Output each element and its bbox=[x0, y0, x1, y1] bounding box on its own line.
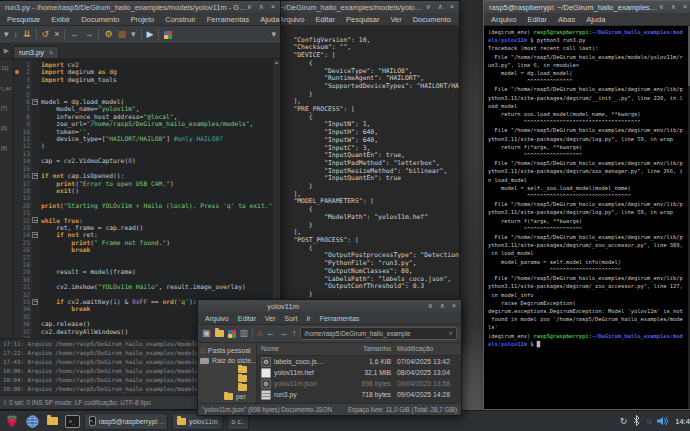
place-pasta-pessoal[interactable]: ⌂Pasta pessoal bbox=[198, 345, 256, 356]
file-row-yolov11m-json[interactable]: ⚙yolov11m.json898 bytes09/04/2025 13:58 bbox=[257, 378, 461, 389]
tab-run3py[interactable]: run3.py × bbox=[13, 46, 59, 58]
menu-item-ver[interactable]: Ver bbox=[265, 315, 276, 322]
file-row-run3-py[interactable]: run3.py718 bytes09/04/2025 14:28 bbox=[257, 389, 461, 400]
mousepad-text-area[interactable]: { "ConfigVersion": 10, "Checksum": "", "… bbox=[272, 26, 459, 346]
list-view-icon[interactable]: ▥ bbox=[240, 326, 249, 341]
fold-margin[interactable] bbox=[32, 59, 39, 338]
sidebar-expander-icon[interactable]: ▶ bbox=[0, 44, 13, 58]
menu-item-pesquisar[interactable]: Pesquisar bbox=[7, 15, 40, 24]
color-chooser-icon[interactable] bbox=[164, 31, 172, 39]
menu-item-arquivo[interactable]: Arquivo bbox=[491, 15, 516, 24]
minimize-icon[interactable]: ∨ bbox=[659, 1, 664, 13]
column-modified[interactable]: Modificação bbox=[395, 343, 461, 355]
taskbar-task-terminal[interactable]: >_ rasp5@raspberrypi: .. bbox=[84, 413, 168, 430]
menu-item-editar[interactable]: Editar bbox=[527, 15, 547, 24]
minimize-icon[interactable]: ∨ bbox=[428, 300, 433, 312]
forward-icon[interactable]: → bbox=[84, 27, 93, 42]
menu-item-editar[interactable]: Editar bbox=[238, 315, 256, 322]
menu-item-ir[interactable]: Ir bbox=[306, 315, 310, 322]
maximize-icon[interactable]: ∧ bbox=[259, 1, 264, 13]
menu-item-sort[interactable]: Sort bbox=[285, 315, 298, 322]
dropdown-icon[interactable]: ▾ bbox=[4, 27, 9, 42]
close-icon[interactable]: × bbox=[452, 300, 456, 312]
tree-folder[interactable] bbox=[198, 383, 256, 392]
run-icon[interactable]: ▶ bbox=[147, 27, 154, 42]
place-raiz-do-siste-[interactable]: Raiz do siste... bbox=[198, 356, 256, 365]
menu-item-pesquisar[interactable]: Pesquisar bbox=[346, 15, 379, 24]
browser-globe-icon[interactable] bbox=[24, 413, 40, 429]
revert-icon[interactable]: ↺ bbox=[42, 27, 50, 42]
up-icon[interactable]: ↑ bbox=[292, 326, 297, 341]
minimize-icon[interactable]: ∨ bbox=[426, 1, 431, 13]
fold-marker-icon[interactable] bbox=[32, 298, 39, 305]
menu-item-ferramentas[interactable]: Ferramentas bbox=[207, 15, 250, 24]
updater-icon[interactable]: ↻ bbox=[620, 416, 628, 426]
save-icon[interactable]: ↓ bbox=[14, 27, 19, 42]
maximize-icon[interactable]: ∧ bbox=[438, 1, 443, 13]
maximize-icon[interactable]: ∧ bbox=[440, 300, 445, 312]
save-all-icon[interactable]: ⇊ bbox=[23, 27, 31, 42]
menu-item-construir[interactable]: Construir bbox=[165, 15, 195, 24]
fm-toolbar: ▣ ▥ ⌂ ← → ↑ /home/rasp5/DeGirum_hailo_ex… bbox=[198, 325, 461, 343]
file-manager-launcher-icon[interactable] bbox=[44, 413, 60, 429]
network-traffic-icon[interactable]: ↑↓ bbox=[646, 418, 651, 425]
file-row-yolov11m-hef[interactable]: yolov11m.hef32,1 MiB08/04/2025 13:04 bbox=[257, 367, 461, 378]
menu-item-ferramentas[interactable]: Ferramentas bbox=[320, 315, 360, 322]
path-input[interactable]: /home/rasp5/DeGirum_hailo_example ∨ bbox=[300, 327, 457, 340]
tree-folder[interactable] bbox=[198, 374, 256, 383]
fold-marker-icon[interactable] bbox=[32, 172, 39, 179]
close-icon[interactable]: × bbox=[450, 1, 454, 13]
menu-item-documento[interactable]: Documento bbox=[413, 15, 451, 24]
editor-scrollbar[interactable]: ▲ bbox=[272, 59, 280, 338]
symbols-panel-collapsed: 11]t_ac[?][3][8] bbox=[0, 59, 14, 338]
geany-titlebar[interactable]: run3.py - /home/rasp5/DeGirum_hailo_exam… bbox=[0, 1, 280, 13]
new-window-icon[interactable]: ▣ bbox=[202, 326, 211, 341]
file-row-labels-coco-js-[interactable]: ⚙labels_coco.js…1,6 KiB07/04/2025 13:42 bbox=[257, 356, 461, 367]
tree-folder[interactable] bbox=[198, 365, 256, 374]
maximize-icon[interactable]: ∧ bbox=[671, 1, 676, 13]
tab-close-icon[interactable]: × bbox=[49, 49, 53, 56]
path-dropdown-icon[interactable]: ∨ bbox=[449, 328, 453, 339]
column-name[interactable]: Nome bbox=[257, 343, 341, 355]
fold-marker-icon[interactable] bbox=[32, 98, 39, 105]
minimize-icon[interactable]: ∨ bbox=[247, 1, 252, 13]
menu-item-arquivo[interactable]: Arquivo bbox=[279, 15, 304, 24]
dropdown-icon[interactable]: ▾ bbox=[131, 27, 136, 42]
close-icon[interactable]: × bbox=[271, 1, 275, 13]
fold-marker-icon[interactable] bbox=[32, 231, 39, 238]
forward-icon[interactable]: → bbox=[279, 326, 288, 341]
fold-marker-icon[interactable] bbox=[32, 216, 39, 223]
tree-folder[interactable]: per bbox=[198, 392, 256, 401]
menu-item-exibir[interactable]: Exibir bbox=[51, 15, 70, 24]
compact-view-icon[interactable] bbox=[228, 330, 236, 338]
terminal-output[interactable]: (degirum_env) rasp5@raspberrypi:~/DeGiru… bbox=[484, 26, 688, 409]
menu-item-ver[interactable]: Ver bbox=[390, 15, 401, 24]
terminal-launcher-icon[interactable]: >_ bbox=[64, 413, 80, 429]
fm-titlebar[interactable]: yolov11m ∨ ∧ × bbox=[198, 300, 461, 312]
menu-raspberry-icon[interactable] bbox=[4, 413, 20, 429]
geany-editor[interactable]: 11]t_ac[?][3][8] 12345678910111213141516… bbox=[0, 59, 280, 338]
menu-item-abas[interactable]: Abas bbox=[558, 15, 575, 24]
close-icon[interactable]: × bbox=[54, 27, 59, 42]
menu-item-ajuda[interactable]: Ajuda bbox=[586, 15, 605, 24]
menu-item-editar[interactable]: Editar bbox=[315, 15, 335, 24]
back-icon[interactable]: ← bbox=[70, 27, 79, 42]
build-icon[interactable]: ▦ bbox=[117, 27, 126, 42]
home-icon[interactable]: ⌂ bbox=[257, 326, 262, 341]
menu-item-documento[interactable]: Documento bbox=[81, 15, 119, 24]
column-size[interactable]: Tamanho bbox=[341, 343, 395, 355]
terminal-titlebar[interactable]: rasp5@raspberrypi: ~/DeGirum_hailo_examp… bbox=[484, 1, 690, 13]
close-icon[interactable]: × bbox=[683, 1, 687, 13]
system-tray: ↻ ↑↓ 14:45 bbox=[620, 412, 690, 430]
menu-item-arquivo[interactable]: Arquivo bbox=[205, 315, 229, 322]
new-tab-icon[interactable] bbox=[215, 330, 224, 337]
volume-icon[interactable] bbox=[657, 412, 669, 430]
code-area[interactable]: import cv2import degirum as dgimport deg… bbox=[39, 59, 272, 338]
mousepad-titlebar[interactable]: *~/DeGirum_hailo_examples/models/yolov11… bbox=[272, 1, 459, 13]
menu-item-ajuda[interactable]: Ajuda bbox=[260, 15, 279, 24]
back-icon[interactable]: ← bbox=[266, 326, 275, 341]
bluetooth-icon[interactable] bbox=[633, 412, 640, 430]
compile-icon[interactable]: ⚙ bbox=[104, 27, 112, 42]
menu-item-projeto[interactable]: Projeto bbox=[130, 15, 154, 24]
dropdown-icon[interactable]: ▾ bbox=[271, 27, 276, 42]
